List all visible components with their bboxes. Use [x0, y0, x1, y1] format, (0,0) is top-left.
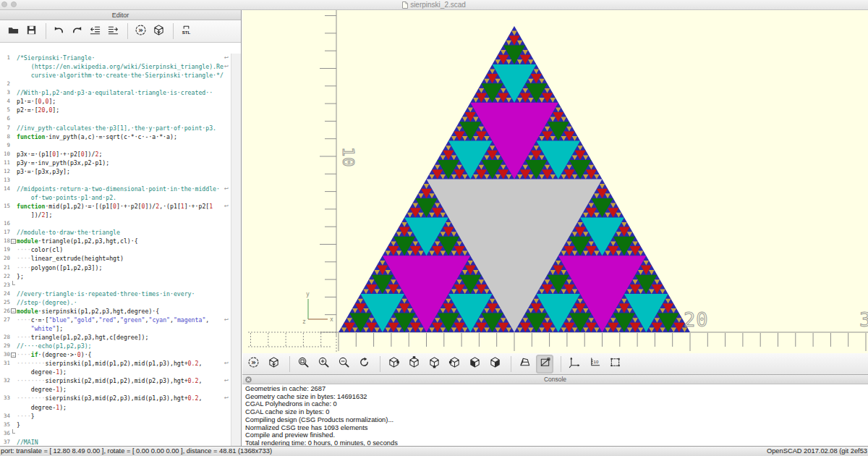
- code-token: p3x·=·(p1[: [17, 151, 52, 158]
- open-file-button[interactable]: [5, 22, 21, 40]
- 3d-viewport[interactable]: y x z 20310: [242, 10, 868, 353]
- code-row: 33········sierpinski(p3,mid(p2,p3),mid(p…: [0, 394, 231, 402]
- show-scale-markers-button[interactable]: 10: [586, 355, 603, 373]
- code-token: ]·+·p2[: [56, 151, 81, 158]
- code-token: ········: [17, 394, 45, 402]
- console-header: Console: [242, 375, 868, 384]
- toolbar-separator: [289, 356, 290, 372]
- view-bottom-button[interactable]: [425, 355, 443, 373]
- code-row: 35}: [0, 421, 231, 429]
- wrap-marker-icon: ↩: [224, 185, 229, 193]
- code-token: color(cl): [31, 246, 63, 253]
- code-token: p3·=·[p3x,p3y];: [17, 168, 70, 175]
- code-token: cursive·algorithm·to·create·the·Sierpins…: [17, 72, 224, 79]
- code-editor[interactable]: 1/*Sierpinski·Triangle·↩ (https://en.wik…: [0, 54, 231, 446]
- view-perspective-button[interactable]: [516, 355, 533, 373]
- zoom-in-button[interactable]: [315, 355, 332, 373]
- code-token: );: [59, 404, 67, 411]
- preview-button[interactable]: »: [244, 355, 262, 373]
- code-row: 7//inv_pyth·calculates·the·p3[1],·the·y·…: [0, 124, 231, 132]
- save-icon: [25, 24, 38, 39]
- console-log: Geometries in cache: 2687Geometry cache …: [242, 384, 868, 447]
- undo-button[interactable]: [51, 22, 67, 40]
- code-row: 15function·mid(p1,p2)·=·[(p1[0]·+·p2[0])…: [0, 202, 231, 211]
- indent-button[interactable]: [105, 22, 121, 40]
- edges-icon: [609, 356, 621, 371]
- ruler-label-30-partial: 3: [859, 310, 868, 329]
- line-number: 29: [0, 342, 10, 350]
- reset-icon: [358, 356, 370, 371]
- code-token: of·two·points·p1·and·p2.: [17, 194, 116, 201]
- svg-text:»: »: [251, 358, 256, 366]
- code-token: ,·(p1[: [159, 203, 181, 210]
- new-icon: [0, 24, 1, 39]
- code-row: 34····}: [0, 412, 231, 421]
- line-number: 18: [0, 237, 10, 245]
- line-number: 31: [0, 359, 10, 368]
- axes-icon: [569, 356, 581, 371]
- code-token: ;: [98, 151, 102, 158]
- redo-button[interactable]: [69, 22, 85, 40]
- view-left-button[interactable]: [446, 355, 463, 373]
- line-number: 25: [0, 298, 10, 307]
- line-number: 37: [0, 438, 10, 446]
- code-token: }: [17, 421, 20, 428]
- export-stl-button[interactable]: STL: [178, 22, 194, 40]
- code-token: ····: [17, 334, 31, 341]
- code-row: 25//step·(degree).·: [0, 298, 231, 307]
- code-token: ];: [52, 106, 59, 114]
- unindent-button[interactable]: [87, 22, 103, 40]
- line-number: 23: [0, 281, 10, 290]
- view-right-button[interactable]: [385, 355, 402, 373]
- wrap-marker-icon: ↩: [224, 376, 229, 385]
- code-token: p2·=·[: [17, 106, 38, 114]
- show-axes-button[interactable]: [566, 355, 583, 373]
- render-button[interactable]: [265, 355, 282, 373]
- line-number: 26: [0, 307, 10, 316]
- view-orthogonal-button[interactable]: [536, 355, 553, 373]
- view-top-button[interactable]: [405, 355, 422, 373]
- view-front-button[interactable]: [466, 355, 483, 373]
- code-token: ········: [17, 377, 45, 384]
- code-row: 13: [0, 176, 231, 185]
- code-token: ]·+·p2[: [116, 203, 142, 210]
- scale-icon: 10: [589, 356, 601, 371]
- console-close-button[interactable]: [245, 376, 252, 383]
- preview-button[interactable]: »: [132, 22, 148, 40]
- console-line: CGAL cache size in bytes: 0: [245, 408, 868, 416]
- render-button[interactable]: [150, 22, 166, 40]
- code-row: 8function·inv_pyth(a,c)·=·sqrt(c·*·c·-·a…: [0, 132, 231, 141]
- code-token: 0.2: [188, 360, 199, 367]
- svg-text:y: y: [306, 291, 310, 297]
- code-token: );: [59, 386, 67, 393]
- code-token: }: [31, 413, 35, 420]
- code-token: ,: [198, 394, 202, 402]
- reset-view-button[interactable]: [355, 355, 373, 373]
- render-icon: [268, 356, 280, 371]
- console-line: Compile and preview finished.: [245, 431, 868, 439]
- code-token: function: [17, 133, 45, 140]
- console-line: Geometry cache size in bytes: 14691632: [245, 393, 868, 401]
- line-number: 30: [0, 350, 10, 359]
- code-token: (https://en.wikipedia.org/wiki/Sierpinsk…: [17, 63, 224, 70]
- line-number: 2: [0, 80, 10, 88]
- preview-icon: »: [247, 356, 260, 371]
- save-file-button[interactable]: [23, 22, 39, 40]
- zoom-all-button[interactable]: [294, 355, 312, 373]
- code-token: sierpinski(p2,mid(p1,p2),mid(p2,p3),hgt+: [45, 377, 187, 384]
- new-file-button[interactable]: [0, 22, 3, 40]
- zoom-out-button[interactable]: [335, 355, 352, 373]
- code-token: 0.2: [188, 377, 199, 384]
- view-top-icon: [408, 356, 420, 371]
- zoom-all-icon: [297, 356, 310, 371]
- line-number: 20: [0, 254, 10, 263]
- code-token: ·inv_pyth(a,c)·=·sqrt(c·*·c·-·a·*·a);: [45, 133, 176, 140]
- editor-scrollbar[interactable]: [231, 54, 241, 446]
- show-edges-button[interactable]: [606, 355, 624, 373]
- code-row: 16: [0, 219, 231, 228]
- code-row: 28····triangle(p1,p2,p3,hgt,c[degree]);: [0, 333, 231, 342]
- orthogonal-icon: [539, 356, 551, 371]
- window-titlebar: sierpinski_2.scad: [0, 0, 868, 10]
- view-back-button[interactable]: [486, 355, 503, 373]
- svg-text:x: x: [330, 316, 333, 323]
